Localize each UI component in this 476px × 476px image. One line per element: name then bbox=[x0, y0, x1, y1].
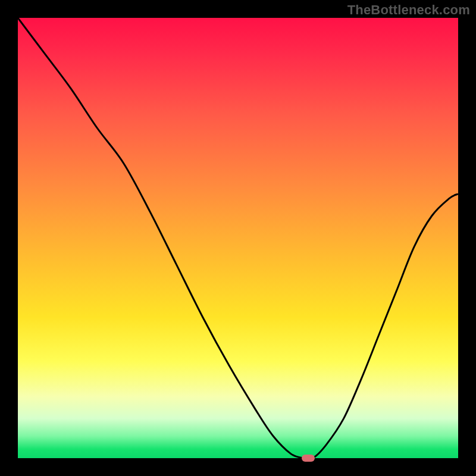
curve-line bbox=[18, 18, 458, 458]
watermark-text: TheBottleneck.com bbox=[347, 2, 470, 18]
chart-frame: TheBottleneck.com bbox=[0, 0, 476, 476]
min-marker bbox=[302, 455, 315, 462]
curve-svg bbox=[18, 18, 458, 458]
